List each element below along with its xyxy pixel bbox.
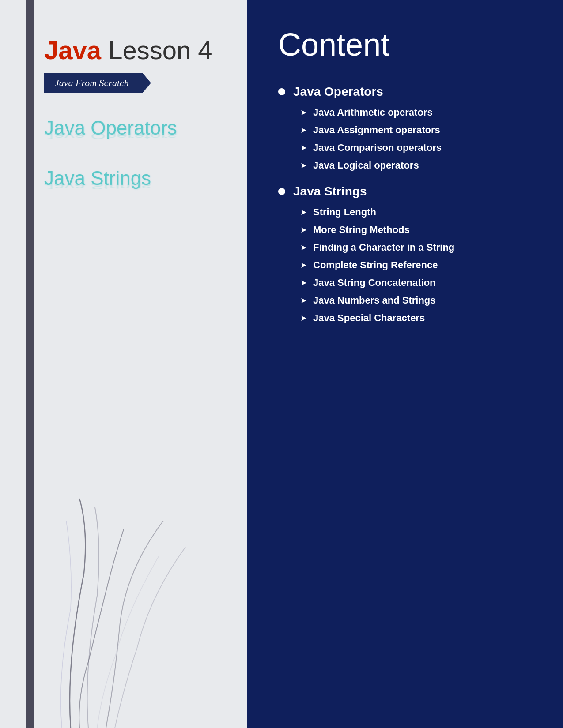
arithmetic-operators: Java Arithmetic operators	[313, 107, 433, 118]
chevron-icon: ➤	[300, 125, 307, 135]
string-length: String Length	[313, 206, 376, 218]
section-operators: Java Operators ➤ Java Arithmetic operato…	[278, 85, 537, 171]
list-item: ➤ Finding a Character in a String	[296, 242, 537, 253]
section-operators-header: Java Operators	[278, 85, 537, 99]
list-item: ➤ Java Numbers and Strings	[296, 295, 537, 306]
chevron-icon: ➤	[300, 278, 307, 288]
lesson-title: Java Lesson 4	[44, 35, 221, 65]
chevron-icon: ➤	[300, 260, 307, 270]
topic-block-operators: Java Operators Java Operators	[44, 115, 221, 162]
content-title: Content	[278, 26, 537, 63]
complete-string-reference: Complete String Reference	[313, 259, 438, 271]
bullet-circle-strings	[278, 188, 285, 195]
subtitle-banner: Java From Scratch	[44, 73, 151, 93]
java-red-text: Java	[44, 36, 101, 64]
main-topics: Java Operators Java Operators Java Strin…	[44, 115, 221, 212]
bullet-circle-operators	[278, 88, 285, 95]
subtitle-text: Java From Scratch	[55, 77, 129, 88]
comparison-operators: Java Comparison operators	[313, 142, 442, 154]
assignment-operators: Java Assignment operators	[313, 124, 440, 136]
section-strings-title: Java Strings	[293, 184, 367, 199]
left-content: Java Lesson 4 Java From Scratch Java Ope…	[0, 0, 247, 233]
special-characters: Java Special Characters	[313, 312, 425, 324]
finding-character: Finding a Character in a String	[313, 242, 454, 253]
list-item: ➤ Java String Concatenation	[296, 277, 537, 289]
list-item: ➤ More String Methods	[296, 224, 537, 236]
topic-operators-reflection: Java Operators	[44, 132, 221, 140]
chevron-icon: ➤	[300, 207, 307, 217]
string-concatenation: Java String Concatenation	[313, 277, 436, 289]
chevron-icon: ➤	[300, 296, 307, 305]
lesson-title-rest: Lesson 4	[101, 36, 212, 64]
left-panel: Java Lesson 4 Java From Scratch Java Ope…	[0, 0, 247, 728]
chevron-icon: ➤	[300, 313, 307, 323]
section-strings: Java Strings ➤ String Length ➤ More Stri…	[278, 184, 537, 324]
list-item: ➤ Java Assignment operators	[296, 124, 537, 136]
list-item: ➤ Java Special Characters	[296, 312, 537, 324]
more-string-methods: More String Methods	[313, 224, 410, 236]
chevron-icon: ➤	[300, 225, 307, 235]
chevron-icon: ➤	[300, 243, 307, 252]
operators-sub-items: ➤ Java Arithmetic operators ➤ Java Assig…	[278, 107, 537, 171]
list-item: ➤ Java Comparison operators	[296, 142, 537, 154]
list-item: ➤ Java Logical operators	[296, 160, 537, 171]
section-operators-title: Java Operators	[293, 85, 383, 99]
list-item: ➤ String Length	[296, 206, 537, 218]
topic-block-strings: Java Strings Java Strings	[44, 165, 221, 212]
section-strings-header: Java Strings	[278, 184, 537, 199]
chevron-icon: ➤	[300, 143, 307, 153]
logical-operators: Java Logical operators	[313, 160, 419, 171]
chevron-icon: ➤	[300, 161, 307, 170]
list-item: ➤ Java Arithmetic operators	[296, 107, 537, 118]
numbers-and-strings: Java Numbers and Strings	[313, 295, 436, 306]
strings-sub-items: ➤ String Length ➤ More String Methods ➤ …	[278, 206, 537, 324]
topic-strings-reflection: Java Strings	[44, 182, 221, 190]
right-panel: Content Java Operators ➤ Java Arithmetic…	[247, 0, 563, 728]
list-item: ➤ Complete String Reference	[296, 259, 537, 271]
decorative-illustration	[26, 485, 212, 728]
chevron-icon: ➤	[300, 108, 307, 117]
